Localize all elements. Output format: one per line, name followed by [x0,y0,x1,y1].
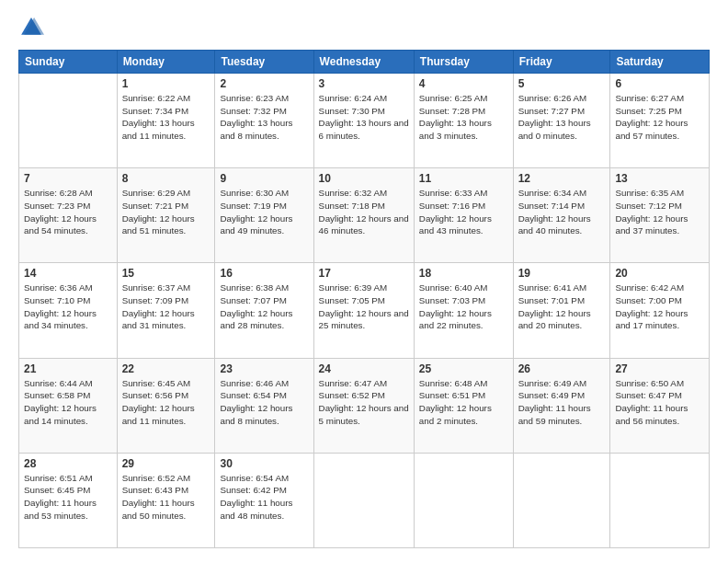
calendar-cell: 6 Sunrise: 6:27 AMSunset: 7:25 PMDayligh… [610,74,710,168]
day-info: Sunrise: 6:52 AMSunset: 6:43 PMDaylight:… [122,473,195,521]
day-number: 9 [220,172,308,185]
day-number: 2 [220,77,308,90]
day-info: Sunrise: 6:23 AMSunset: 7:32 PMDaylight:… [220,93,292,141]
day-info: Sunrise: 6:40 AMSunset: 7:03 PMDaylight:… [419,282,492,330]
day-info: Sunrise: 6:28 AMSunset: 7:23 PMDaylight:… [24,188,97,236]
calendar-cell: 13 Sunrise: 6:35 AMSunset: 7:12 PMDaylig… [610,168,710,263]
day-number: 21 [24,362,112,375]
day-info: Sunrise: 6:54 AMSunset: 6:42 PMDaylight:… [220,473,292,521]
calendar-cell: 19 Sunrise: 6:41 AMSunset: 7:01 PMDaylig… [513,263,610,358]
calendar-cell: 18 Sunrise: 6:40 AMSunset: 7:03 PMDaylig… [414,263,513,358]
calendar-cell: 26 Sunrise: 6:49 AMSunset: 6:49 PMDaylig… [513,358,610,453]
logo [18,15,48,40]
day-number: 30 [220,457,308,470]
calendar-cell: 27 Sunrise: 6:50 AMSunset: 6:47 PMDaylig… [610,358,710,453]
day-info: Sunrise: 6:34 AMSunset: 7:14 PMDaylight:… [518,188,591,236]
day-number: 13 [615,172,704,185]
calendar-cell: 1 Sunrise: 6:22 AMSunset: 7:34 PMDayligh… [117,74,215,168]
calendar-weekday: Saturday [610,51,710,74]
day-info: Sunrise: 6:50 AMSunset: 6:47 PMDaylight:… [615,378,688,426]
day-info: Sunrise: 6:22 AMSunset: 7:34 PMDaylight:… [122,93,195,141]
day-number: 1 [122,77,210,90]
calendar-cell: 8 Sunrise: 6:29 AMSunset: 7:21 PMDayligh… [117,168,215,263]
day-info: Sunrise: 6:38 AMSunset: 7:07 PMDaylight:… [220,282,292,330]
calendar-week-row: 21 Sunrise: 6:44 AMSunset: 6:58 PMDaylig… [19,358,710,453]
day-number: 23 [220,362,308,375]
day-number: 8 [122,172,210,185]
calendar-cell: 10 Sunrise: 6:32 AMSunset: 7:18 PMDaylig… [313,168,414,263]
day-number: 5 [518,77,606,90]
calendar-table: SundayMondayTuesdayWednesdayThursdayFrid… [18,50,710,548]
day-info: Sunrise: 6:41 AMSunset: 7:01 PMDaylight:… [518,282,591,330]
day-info: Sunrise: 6:44 AMSunset: 6:58 PMDaylight:… [24,378,97,426]
calendar-cell [513,453,610,547]
calendar-week-row: 28 Sunrise: 6:51 AMSunset: 6:45 PMDaylig… [19,453,710,547]
calendar-cell: 20 Sunrise: 6:42 AMSunset: 7:00 PMDaylig… [610,263,710,358]
day-number: 25 [419,362,508,375]
day-info: Sunrise: 6:26 AMSunset: 7:27 PMDaylight:… [518,93,591,141]
day-number: 17 [319,267,409,280]
calendar-header-row: SundayMondayTuesdayWednesdayThursdayFrid… [19,51,710,74]
day-number: 6 [615,77,704,90]
day-number: 24 [319,362,409,375]
calendar-cell: 14 Sunrise: 6:36 AMSunset: 7:10 PMDaylig… [19,263,118,358]
calendar-weekday: Thursday [414,51,513,74]
calendar-cell: 11 Sunrise: 6:33 AMSunset: 7:16 PMDaylig… [414,168,513,263]
calendar-cell: 16 Sunrise: 6:38 AMSunset: 7:07 PMDaylig… [215,263,313,358]
calendar-cell: 23 Sunrise: 6:46 AMSunset: 6:54 PMDaylig… [215,358,313,453]
calendar-cell: 12 Sunrise: 6:34 AMSunset: 7:14 PMDaylig… [513,168,610,263]
day-info: Sunrise: 6:47 AMSunset: 6:52 PMDaylight:… [319,378,409,426]
day-number: 15 [122,267,210,280]
day-number: 20 [615,267,704,280]
day-info: Sunrise: 6:25 AMSunset: 7:28 PMDaylight:… [419,93,492,141]
calendar-weekday: Friday [513,51,610,74]
calendar-cell: 17 Sunrise: 6:39 AMSunset: 7:05 PMDaylig… [313,263,414,358]
calendar-week-row: 7 Sunrise: 6:28 AMSunset: 7:23 PMDayligh… [19,168,710,263]
calendar-weekday: Monday [117,51,215,74]
day-info: Sunrise: 6:36 AMSunset: 7:10 PMDaylight:… [24,282,97,330]
calendar-cell [610,453,710,547]
day-number: 3 [319,77,409,90]
calendar-cell: 3 Sunrise: 6:24 AMSunset: 7:30 PMDayligh… [313,74,414,168]
calendar-cell: 22 Sunrise: 6:45 AMSunset: 6:56 PMDaylig… [117,358,215,453]
calendar-cell: 24 Sunrise: 6:47 AMSunset: 6:52 PMDaylig… [313,358,414,453]
day-info: Sunrise: 6:32 AMSunset: 7:18 PMDaylight:… [319,188,409,236]
day-info: Sunrise: 6:42 AMSunset: 7:00 PMDaylight:… [615,282,688,330]
calendar-cell: 28 Sunrise: 6:51 AMSunset: 6:45 PMDaylig… [19,453,118,547]
day-number: 16 [220,267,308,280]
day-number: 29 [122,457,210,470]
day-info: Sunrise: 6:45 AMSunset: 6:56 PMDaylight:… [122,378,195,426]
calendar-cell: 30 Sunrise: 6:54 AMSunset: 6:42 PMDaylig… [215,453,313,547]
day-info: Sunrise: 6:30 AMSunset: 7:19 PMDaylight:… [220,188,292,236]
day-info: Sunrise: 6:39 AMSunset: 7:05 PMDaylight:… [319,282,409,330]
day-info: Sunrise: 6:51 AMSunset: 6:45 PMDaylight:… [24,473,97,521]
header [18,15,710,40]
day-info: Sunrise: 6:37 AMSunset: 7:09 PMDaylight:… [122,282,195,330]
calendar-cell [313,453,414,547]
day-number: 12 [518,172,606,185]
day-info: Sunrise: 6:27 AMSunset: 7:25 PMDaylight:… [615,93,688,141]
calendar-cell [414,453,513,547]
day-number: 19 [518,267,606,280]
calendar-cell: 21 Sunrise: 6:44 AMSunset: 6:58 PMDaylig… [19,358,118,453]
day-number: 7 [24,172,112,185]
day-info: Sunrise: 6:49 AMSunset: 6:49 PMDaylight:… [518,378,591,426]
calendar-cell: 29 Sunrise: 6:52 AMSunset: 6:43 PMDaylig… [117,453,215,547]
calendar-cell: 9 Sunrise: 6:30 AMSunset: 7:19 PMDayligh… [215,168,313,263]
day-info: Sunrise: 6:35 AMSunset: 7:12 PMDaylight:… [615,188,688,236]
calendar-cell: 25 Sunrise: 6:48 AMSunset: 6:51 PMDaylig… [414,358,513,453]
day-info: Sunrise: 6:46 AMSunset: 6:54 PMDaylight:… [220,378,292,426]
day-info: Sunrise: 6:29 AMSunset: 7:21 PMDaylight:… [122,188,195,236]
day-info: Sunrise: 6:48 AMSunset: 6:51 PMDaylight:… [419,378,492,426]
day-number: 27 [615,362,704,375]
day-number: 11 [419,172,508,185]
day-number: 18 [419,267,508,280]
day-number: 14 [24,267,112,280]
calendar-cell: 15 Sunrise: 6:37 AMSunset: 7:09 PMDaylig… [117,263,215,358]
calendar-weekday: Wednesday [313,51,414,74]
calendar-week-row: 1 Sunrise: 6:22 AMSunset: 7:34 PMDayligh… [19,74,710,168]
day-number: 4 [419,77,508,90]
calendar-cell: 7 Sunrise: 6:28 AMSunset: 7:23 PMDayligh… [19,168,118,263]
logo-icon [18,15,44,40]
calendar-cell: 2 Sunrise: 6:23 AMSunset: 7:32 PMDayligh… [215,74,313,168]
